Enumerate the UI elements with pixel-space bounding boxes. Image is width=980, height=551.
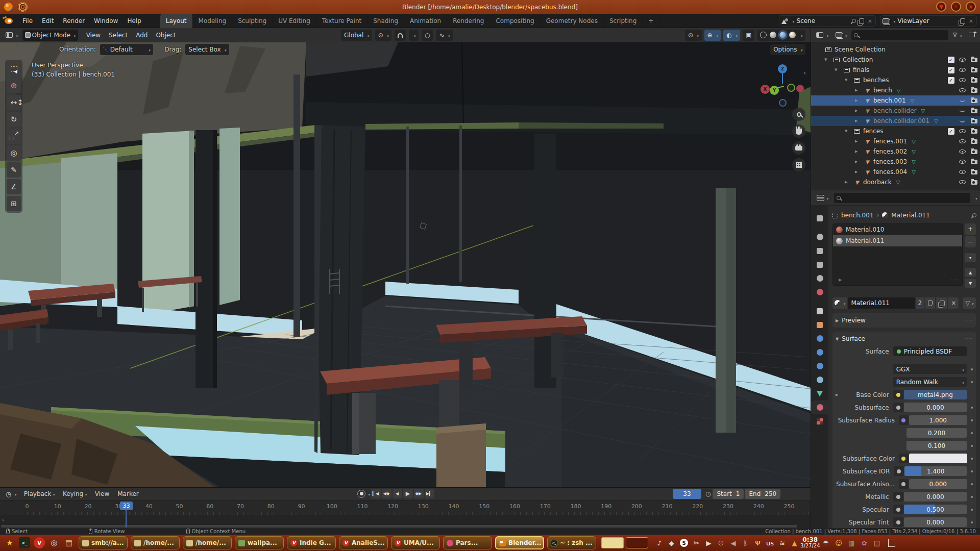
hide-in-viewport-toggle[interactable] <box>957 119 968 122</box>
workspace-tab[interactable]: UV Editing <box>273 14 316 28</box>
breadcrumb-material[interactable]: Material.011 <box>891 212 929 219</box>
disclosure-arrow[interactable]: ▶ <box>855 119 863 123</box>
disclosure-arrow[interactable]: ▼ <box>835 68 843 72</box>
tool-button[interactable] <box>7 162 21 178</box>
playhead-line[interactable] <box>126 510 127 528</box>
property-value-field[interactable]: 0.000 <box>904 492 967 502</box>
taskbar-window-button[interactable]: UMA/U... <box>391 536 440 549</box>
properties-tab[interactable] <box>811 414 828 428</box>
tool-button[interactable] <box>7 112 21 127</box>
pin-icon[interactable] <box>851 19 855 23</box>
gizmo-x-axis[interactable]: X <box>761 85 770 94</box>
workspace-tab[interactable]: Geometry Nodes <box>541 14 604 28</box>
region-collapse-arrow[interactable]: ‹ <box>803 69 806 77</box>
taskbar-window-button[interactable]: Indie G... <box>287 536 336 549</box>
property-value-field[interactable]: 0.000 <box>904 403 967 412</box>
resize-grip[interactable]: ···· <box>951 278 959 283</box>
property-value-field[interactable]: 1.000 <box>909 415 968 425</box>
property-dropdown[interactable]: Random Walk <box>893 377 967 387</box>
move-slot-up-button[interactable]: ▲ <box>965 268 976 277</box>
editor-type-button[interactable] <box>3 30 20 41</box>
hide-in-viewport-toggle[interactable] <box>957 99 968 102</box>
disable-in-renders-toggle[interactable] <box>968 68 980 72</box>
tray-icon[interactable]: ▤ <box>873 539 881 547</box>
tray-icon[interactable]: us <box>766 539 774 547</box>
show-overlays-toggle[interactable]: ◐ <box>723 30 740 41</box>
collection-checkbox[interactable] <box>945 67 957 73</box>
tool-button[interactable] <box>7 95 21 110</box>
close-button[interactable]: × <box>966 2 976 12</box>
keyframe-dot[interactable] <box>967 496 973 498</box>
disable-in-renders-toggle[interactable] <box>968 98 980 103</box>
view-layer-selector[interactable]: ViewLayer × <box>880 15 977 27</box>
frame-end-field[interactable]: End250 <box>745 489 780 499</box>
unlink-scene-icon[interactable]: × <box>867 18 873 24</box>
tray-icon[interactable]: ☺ <box>835 539 843 547</box>
socket-icon[interactable] <box>899 415 909 425</box>
properties-tab[interactable] <box>811 211 828 225</box>
property-value-field[interactable]: 0.200 <box>906 428 967 438</box>
outliner-item-label[interactable]: Scene Collection <box>835 46 886 53</box>
outliner-item-label[interactable]: fences.003 <box>873 158 907 165</box>
outliner-item-label[interactable]: doorback <box>863 179 892 186</box>
orthographic-grid-icon[interactable] <box>792 158 805 171</box>
options-dropdown[interactable]: Options <box>770 44 805 55</box>
play-reverse-button[interactable]: ◀ <box>393 489 402 498</box>
properties-tab[interactable] <box>811 345 828 359</box>
new-view-layer-icon[interactable] <box>960 18 965 24</box>
property-value-field[interactable]: 0.100 <box>906 441 967 450</box>
shading-mode-switch[interactable] <box>757 30 805 41</box>
maximize-button[interactable]: – <box>951 2 961 12</box>
tray-icon[interactable]: ▦ <box>848 539 855 547</box>
tray-icon[interactable]: ☂ <box>822 539 830 547</box>
material-slot[interactable]: Material.011 <box>833 235 962 246</box>
clock[interactable]: 0:38 3/27/24 <box>800 537 820 549</box>
keyframe-dot[interactable] <box>967 368 973 370</box>
properties-tab[interactable] <box>811 271 828 285</box>
outliner-row[interactable]: ▼ benches <box>811 75 980 85</box>
disable-in-renders-toggle[interactable] <box>968 160 980 164</box>
socket-icon[interactable] <box>893 390 903 399</box>
hide-in-viewport-toggle[interactable] <box>957 180 968 184</box>
outliner-row[interactable]: ▼ fences <box>811 126 980 136</box>
tray-icon[interactable]: ≋ <box>778 539 786 547</box>
tray-icon[interactable]: ✂ <box>693 539 700 547</box>
viewport-menu-item[interactable]: Add <box>132 32 152 39</box>
menu-item[interactable]: Edit <box>37 16 58 26</box>
show-desktop-button[interactable] <box>888 539 895 547</box>
disclosure-arrow[interactable]: ▼ <box>824 58 832 62</box>
timeline-menu-item[interactable]: Marker <box>113 490 142 497</box>
properties-tab[interactable] <box>811 400 828 414</box>
properties-tab[interactable] <box>811 387 828 400</box>
keyframe-dot[interactable] <box>967 483 973 485</box>
new-collection-button[interactable] <box>966 30 977 41</box>
workspace-tab[interactable]: Shading <box>368 14 404 28</box>
preview-panel-header[interactable]: ▶Preview···· <box>836 315 973 325</box>
outliner-item-label[interactable]: bench.collider <box>873 107 917 114</box>
remove-slot-button[interactable]: − <box>965 236 976 247</box>
collection-checkbox[interactable] <box>945 77 957 84</box>
solid-shading-icon[interactable] <box>770 32 776 38</box>
hide-in-viewport-toggle[interactable] <box>957 58 968 62</box>
keyframe-dot[interactable] <box>967 432 973 434</box>
menu-item[interactable]: Help <box>122 16 145 26</box>
timeline-expand-arrow[interactable]: › <box>2 517 4 523</box>
drag-dropdown[interactable]: Select Box <box>185 44 229 55</box>
socket-icon[interactable] <box>893 517 903 527</box>
surface-panel-header[interactable]: ▼Surface···· <box>836 334 973 344</box>
tool-button[interactable] <box>7 196 21 211</box>
timeline-menu-item[interactable]: Keying <box>59 490 91 497</box>
disable-in-renders-toggle[interactable] <box>968 170 980 174</box>
menu-item[interactable]: Window <box>89 16 122 26</box>
tool-button[interactable] <box>7 145 21 161</box>
socket-icon[interactable] <box>899 479 909 489</box>
outliner-row[interactable]: ▶ bench.collider.001 <box>811 116 980 126</box>
timeline-menu-item[interactable]: View <box>91 490 113 497</box>
outliner-row[interactable]: ▶ fences.003 <box>811 157 980 167</box>
camera-view-icon[interactable] <box>792 141 805 155</box>
play-button[interactable]: ▶ <box>403 489 413 498</box>
launcher-icon[interactable]: ▤ <box>63 537 75 548</box>
disable-in-renders-toggle[interactable] <box>968 109 980 113</box>
properties-tab[interactable] <box>811 258 828 271</box>
outliner-item-label[interactable]: bench.001 <box>873 97 906 104</box>
